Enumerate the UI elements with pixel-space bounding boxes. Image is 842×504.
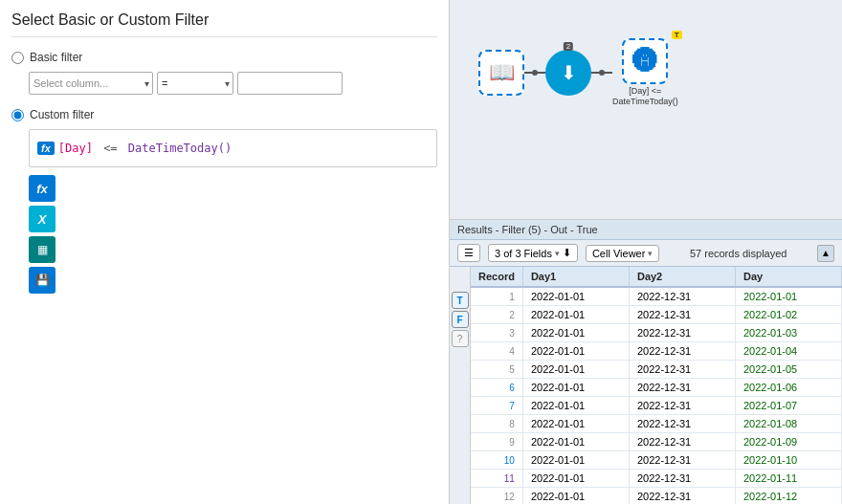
cell-viewer-btn[interactable]: Cell Viewer ▾ xyxy=(586,245,659,262)
cell-viewer-label: Cell Viewer xyxy=(592,248,645,259)
table-row: 2 2022-01-01 2022-12-31 2022-01-02 xyxy=(471,306,842,324)
cell-day2: 2022-12-31 xyxy=(629,379,735,397)
cell-record-num: 2 xyxy=(471,306,522,324)
filter-op: <= xyxy=(97,142,124,155)
cell-record-num: 1 xyxy=(471,287,522,306)
results-bar: Results - Filter (5) - Out - True xyxy=(450,220,842,240)
cell-day2: 2022-12-31 xyxy=(629,470,735,488)
cell-day1: 2022-01-01 xyxy=(522,379,629,397)
table-header-row: Record Day1 Day2 Day xyxy=(471,267,842,287)
download-node[interactable]: 2 ⬇ xyxy=(545,50,591,96)
save-btn[interactable]: 💾 xyxy=(29,267,55,294)
row-icon-q[interactable]: ? xyxy=(452,330,469,347)
cell-day1: 2022-01-01 xyxy=(522,397,629,415)
table-row: 7 2022-01-01 2022-12-31 2022-01-07 xyxy=(471,397,842,415)
scroll-up-btn[interactable]: ▲ xyxy=(817,245,834,262)
filter-field: [Day] xyxy=(58,142,93,155)
table-row: 4 2022-01-01 2022-12-31 2022-01-04 xyxy=(471,342,842,361)
formula-editor-btn[interactable]: fx xyxy=(29,175,55,202)
custom-filter-label: Custom filter xyxy=(30,108,94,121)
table-icon: ▦ xyxy=(37,243,48,256)
custom-filter-radio-input[interactable] xyxy=(11,109,24,121)
table-scroll-container[interactable]: Record Day1 Day2 Day 1 2022-01-01 2022-1… xyxy=(471,267,842,504)
cell-day: 2022-01-09 xyxy=(735,433,841,451)
cell-day1: 2022-01-01 xyxy=(522,488,629,505)
results-table: Record Day1 Day2 Day 1 2022-01-01 2022-1… xyxy=(471,267,842,504)
col-header-day: Day xyxy=(735,267,841,287)
connector-1 xyxy=(524,70,545,76)
cell-day2: 2022-12-31 xyxy=(629,451,735,470)
filter-fn: DateTimeToday() xyxy=(128,142,232,155)
book-node[interactable]: 📖 xyxy=(478,50,524,96)
custom-filter-radio[interactable]: Custom filter xyxy=(11,108,437,121)
cell-day1: 2022-01-01 xyxy=(522,342,629,361)
row-icon-t[interactable]: T xyxy=(452,292,469,309)
row-icons-panel: T F ? xyxy=(450,267,471,504)
table-area: T F ? Record Day1 Day2 Day 1 2022-01-01 … xyxy=(450,267,842,504)
basic-filter-radio-input[interactable] xyxy=(11,52,24,64)
custom-filter-code-area: fx [Day] <= DateTimeToday() xyxy=(29,129,437,167)
cell-record-num: 12 xyxy=(471,488,522,505)
workflow: 📖 2 ⬇ xyxy=(478,38,678,107)
filter-value-input[interactable] xyxy=(237,72,343,95)
book-node-icon: 📖 xyxy=(478,50,524,96)
cell-day2: 2022-12-31 xyxy=(629,342,735,361)
cell-day1: 2022-01-01 xyxy=(522,415,629,433)
cell-day1: 2022-01-01 xyxy=(522,306,629,324)
cell-day2: 2022-12-31 xyxy=(629,361,735,379)
connector-badge: 2 xyxy=(564,42,573,51)
table-btn[interactable]: ▦ xyxy=(29,236,55,263)
cell-day2: 2022-12-31 xyxy=(629,287,735,306)
table-row: 12 2022-01-01 2022-12-31 2022-01-12 xyxy=(471,488,842,505)
row-select-icon: ☰ xyxy=(464,247,474,259)
app-node-icon: 🅐 xyxy=(622,38,668,84)
cell-record-num: 3 xyxy=(471,324,522,342)
cell-record-num: 9 xyxy=(471,433,522,451)
download-icon: ⬇ xyxy=(561,61,577,84)
results-text: Results - Filter (5) - Out - True xyxy=(457,224,598,235)
app-node[interactable]: T 🅐 [Day] <=DateTimeToday() xyxy=(612,38,678,107)
cell-day1: 2022-01-01 xyxy=(522,433,629,451)
column-select[interactable]: Select column... xyxy=(29,72,153,95)
operator-select[interactable]: =!=>< xyxy=(157,72,233,95)
left-panel: Select Basic or Custom Filter Basic filt… xyxy=(0,0,450,504)
cell-record-num: 6 xyxy=(471,379,522,397)
right-panel: 📖 2 ⬇ xyxy=(450,0,842,504)
basic-filter-radio[interactable]: Basic filter xyxy=(11,51,437,64)
table-row: 9 2022-01-01 2022-12-31 2022-01-09 xyxy=(471,433,842,451)
formula-icon: fx xyxy=(36,182,48,196)
table-row: 5 2022-01-01 2022-12-31 2022-01-05 xyxy=(471,361,842,379)
row-icon-f[interactable]: F xyxy=(452,311,469,328)
fx-badge: fx xyxy=(37,142,55,155)
cell-day1: 2022-01-01 xyxy=(522,451,629,470)
variable-btn[interactable]: X xyxy=(29,206,55,232)
app-icon: 🅐 xyxy=(632,47,657,77)
connector-2 xyxy=(591,70,612,76)
cell-record-num: 11 xyxy=(471,470,522,488)
fields-sort-icon: ⬇ xyxy=(563,247,571,259)
cell-day: 2022-01-05 xyxy=(735,361,841,379)
table-row: 1 2022-01-01 2022-12-31 2022-01-01 xyxy=(471,287,842,306)
fields-dropdown-btn[interactable]: 3 of 3 Fields ▾ ⬇ xyxy=(488,244,578,262)
col-header-day1: Day1 xyxy=(522,267,629,287)
fields-chevron-icon: ▾ xyxy=(555,249,560,258)
canvas-area: 📖 2 ⬇ xyxy=(450,0,842,220)
cell-day2: 2022-12-31 xyxy=(629,397,735,415)
column-select-wrapper: Select column... ▾ xyxy=(29,72,153,95)
table-row: 8 2022-01-01 2022-12-31 2022-01-08 xyxy=(471,415,842,433)
save-icon: 💾 xyxy=(35,274,50,287)
row-select-btn[interactable]: ☰ xyxy=(457,244,480,262)
cell-day2: 2022-12-31 xyxy=(629,324,735,342)
cell-record-num: 7 xyxy=(471,397,522,415)
cell-day: 2022-01-03 xyxy=(735,324,841,342)
table-body: 1 2022-01-01 2022-12-31 2022-01-01 2 202… xyxy=(471,287,842,504)
operator-select-wrapper: =!=>< ▾ xyxy=(157,72,233,95)
table-row: 6 2022-01-01 2022-12-31 2022-01-06 xyxy=(471,379,842,397)
col-header-record: Record xyxy=(471,267,522,287)
fields-label: 3 of 3 Fields xyxy=(495,248,552,259)
cell-record-num: 4 xyxy=(471,342,522,361)
basic-filter-label: Basic filter xyxy=(30,51,82,64)
cell-day1: 2022-01-01 xyxy=(522,470,629,488)
cell-record-num: 8 xyxy=(471,415,522,433)
cell-day1: 2022-01-01 xyxy=(522,361,629,379)
